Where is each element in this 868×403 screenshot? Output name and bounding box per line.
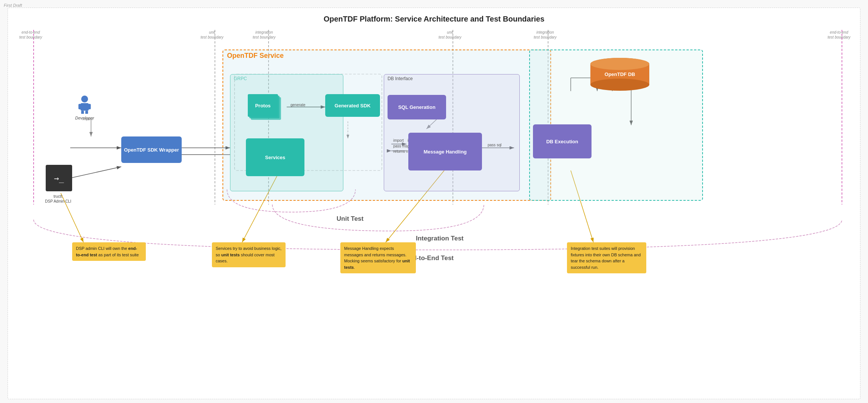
services-node: Services [246, 138, 304, 176]
developer-icon [77, 95, 92, 114]
sql-generation-node: SQL Generation [388, 95, 446, 119]
integration-boundary-2-label: integrationtest boundary [534, 30, 557, 40]
svg-rect-36 [79, 104, 81, 110]
integration-test-label: Integration Test [416, 235, 463, 242]
main-canvas: OpenTDF Platform: Service Architecture a… [8, 8, 860, 399]
right-e2e-label: end-to-endtest boundary [828, 30, 851, 40]
svg-text:OpenTDF DB: OpenTDF DB [605, 71, 635, 77]
svg-rect-35 [80, 103, 89, 111]
diagram-title: OpenTDF Platform: Service Architecture a… [8, 8, 860, 23]
annotation-box-2: Services try to avoid business logic, so… [212, 242, 286, 267]
generate-arrow-label: generate [290, 103, 305, 107]
opentdf-db-node: OpenTDF DB [590, 57, 650, 91]
import-label1: import [393, 138, 404, 143]
svg-point-43 [590, 58, 649, 70]
svg-point-42 [590, 79, 649, 91]
developer-figure: Developer [75, 95, 94, 120]
annotation-box-3: Message Handling expects messages and re… [340, 242, 416, 273]
svg-rect-37 [88, 104, 91, 110]
unit-boundary-2-label: unittest boundary [439, 30, 462, 40]
grpc-label: GRPC [234, 76, 247, 81]
unit-test-label: Unit Test [337, 215, 363, 223]
svg-point-34 [81, 96, 88, 102]
db-execution-node: DB Execution [533, 124, 592, 158]
svg-line-13 [70, 167, 121, 178]
integration-boundary-1-label: integrationtest boundary [253, 30, 276, 40]
cli-box: →_ [46, 165, 72, 191]
sdk-wrapper-node: OpenTDF SDK Wrapper [121, 136, 182, 163]
watermark-label: First Draft [4, 3, 22, 8]
pass-sql-label: pass sql [488, 143, 502, 147]
svg-rect-39 [85, 111, 88, 114]
generated-sdk-node: Generated SDK [325, 94, 380, 117]
message-handling-node: Message Handling [408, 133, 482, 170]
annotation-box-1: DSP admin CLI will own the end-to-end te… [72, 242, 146, 261]
unit-boundary-1-label: unittest boundary [201, 30, 224, 40]
left-e2e-label: end-to-endtest boundary [19, 30, 42, 40]
import-label-dev: import [82, 117, 93, 121]
cli-label: tructl:DSP Admin CLI [41, 194, 75, 204]
svg-rect-38 [81, 111, 84, 114]
db-interface-label: DB Interface [388, 76, 413, 81]
opentdf-service-label: OpenTDF Service [227, 52, 284, 60]
annotation-box-4: Integration test suites will provision f… [567, 242, 646, 273]
